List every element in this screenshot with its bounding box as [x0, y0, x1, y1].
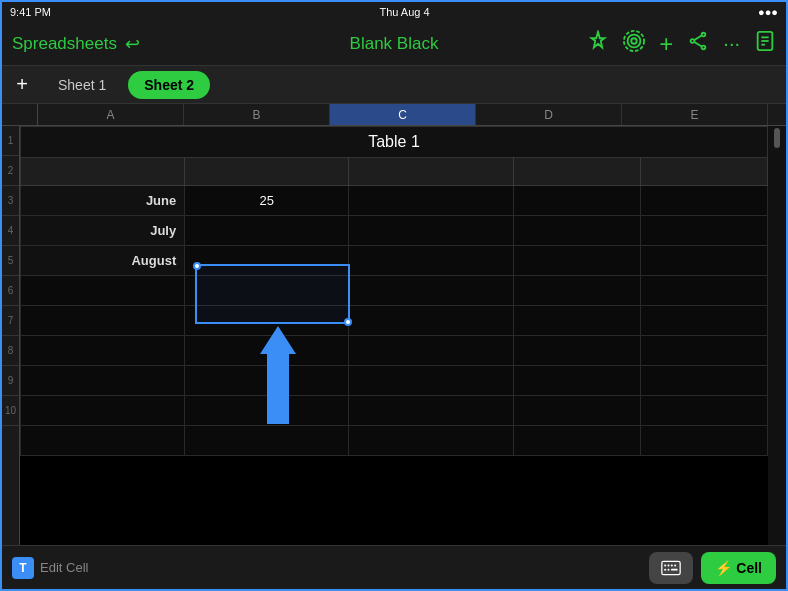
table-row[interactable] [21, 306, 768, 336]
add-sheet-button[interactable]: + [8, 71, 36, 99]
cell-10b[interactable] [185, 426, 349, 456]
cell-8c[interactable] [349, 366, 513, 396]
cell-9c[interactable] [349, 396, 513, 426]
cell-9a[interactable] [21, 396, 185, 426]
cell-8d[interactable] [513, 366, 640, 396]
doc-icon[interactable] [754, 30, 776, 57]
cell-9d[interactable] [513, 396, 640, 426]
cell-8e[interactable] [640, 366, 767, 396]
col-header-e[interactable]: E [622, 104, 768, 125]
cell-10d[interactable] [513, 426, 640, 456]
table-row[interactable] [21, 276, 768, 306]
svg-point-5 [702, 46, 706, 50]
scroll-indicator [768, 104, 786, 125]
label-august[interactable]: August [21, 246, 185, 276]
cell-7c[interactable] [349, 336, 513, 366]
table-row[interactable] [21, 426, 768, 456]
value-aug-c[interactable] [349, 246, 513, 276]
scroll-bar-right[interactable] [768, 126, 786, 549]
value-july-e[interactable] [640, 216, 767, 246]
label-june[interactable]: June [21, 186, 185, 216]
more-icon[interactable]: ··· [723, 32, 740, 55]
svg-rect-12 [662, 561, 680, 574]
cell-10c[interactable] [349, 426, 513, 456]
cell-button[interactable]: ⚡ Cell [701, 552, 776, 584]
row-num-7: 7 [2, 306, 19, 336]
status-battery: ●●● [758, 6, 778, 18]
cell-8a[interactable] [21, 366, 185, 396]
hdr-a [21, 158, 185, 186]
bottom-left: T Edit Cell [12, 557, 88, 579]
pin-icon[interactable] [587, 30, 609, 57]
share-icon[interactable] [687, 30, 709, 57]
hdr-b [185, 158, 349, 186]
cell-6a[interactable] [21, 306, 185, 336]
row-num-2: 2 [2, 156, 19, 186]
cell-5d[interactable] [513, 276, 640, 306]
cell-10e[interactable] [640, 426, 767, 456]
value-june-e[interactable] [640, 186, 767, 216]
status-bar: 9:41 PM Thu Aug 4 ●●● [2, 2, 786, 22]
value-aug-d[interactable] [513, 246, 640, 276]
label-july[interactable]: July [21, 216, 185, 246]
row-num-10: 10 [2, 396, 19, 426]
cell-5a[interactable] [21, 276, 185, 306]
col-header-a[interactable]: A [38, 104, 184, 125]
keyboard-button[interactable] [649, 552, 693, 584]
col-header-d[interactable]: D [476, 104, 622, 125]
spreadsheet-table: Table 1 June 25 [20, 126, 768, 456]
svg-line-6 [695, 36, 702, 41]
cell-7a[interactable] [21, 336, 185, 366]
cell-5e[interactable] [640, 276, 767, 306]
doc-title: Blank Black [350, 34, 439, 53]
cell-6d[interactable] [513, 306, 640, 336]
table-header-row [21, 158, 768, 186]
table-title-row: Table 1 [21, 127, 768, 158]
table-row[interactable] [21, 336, 768, 366]
value-aug-e[interactable] [640, 246, 767, 276]
table-title[interactable]: Table 1 [21, 127, 768, 158]
cell-6e[interactable] [640, 306, 767, 336]
grid-wrapper: 1 2 3 4 5 6 7 8 9 10 T [2, 126, 786, 549]
sheet-tab-2[interactable]: Sheet 2 [128, 71, 210, 99]
cell-5c[interactable] [349, 276, 513, 306]
cell-button-label: Cell [736, 560, 762, 576]
value-july-d[interactable] [513, 216, 640, 246]
table-row[interactable]: July [21, 216, 768, 246]
row-num-8: 8 [2, 336, 19, 366]
value-june-c[interactable] [349, 186, 513, 216]
row-num-6: 6 [2, 276, 19, 306]
cell-10a[interactable] [21, 426, 185, 456]
t-icon: T [12, 557, 34, 579]
back-icon[interactable]: ↩ [125, 33, 140, 55]
svg-point-0 [632, 38, 638, 44]
cell-5b[interactable] [185, 276, 349, 306]
col-header-b[interactable]: B [184, 104, 330, 125]
cell-9e[interactable] [640, 396, 767, 426]
app-name[interactable]: Spreadsheets [12, 34, 117, 54]
row-numbers: 1 2 3 4 5 6 7 8 9 10 [2, 126, 20, 549]
layers-icon[interactable] [623, 30, 645, 57]
arrow-annotation [260, 326, 296, 424]
cell-7e[interactable] [640, 336, 767, 366]
bottom-bar: T Edit Cell ⚡ Cell [2, 545, 786, 589]
value-july-b[interactable] [185, 216, 349, 246]
cell-6c[interactable] [349, 306, 513, 336]
value-aug-b[interactable] [185, 246, 349, 276]
table-row[interactable] [21, 366, 768, 396]
value-june-d[interactable] [513, 186, 640, 216]
row-num-5: 5 [2, 246, 19, 276]
toolbar: Spreadsheets ↩ Blank Black + ··· [2, 22, 786, 66]
table-wrapper: Table 1 June 25 [20, 126, 768, 549]
sheet-tab-1[interactable]: Sheet 1 [42, 71, 122, 99]
table-row[interactable]: August [21, 246, 768, 276]
table-row[interactable] [21, 396, 768, 426]
add-icon[interactable]: + [659, 30, 673, 58]
cell-7d[interactable] [513, 336, 640, 366]
table-row[interactable]: June 25 [21, 186, 768, 216]
edit-cell-label: Edit Cell [40, 560, 88, 575]
arrow-shaft [267, 354, 289, 424]
value-june-b[interactable]: 25 [185, 186, 349, 216]
col-header-c[interactable]: C [330, 104, 476, 125]
value-july-c[interactable] [349, 216, 513, 246]
